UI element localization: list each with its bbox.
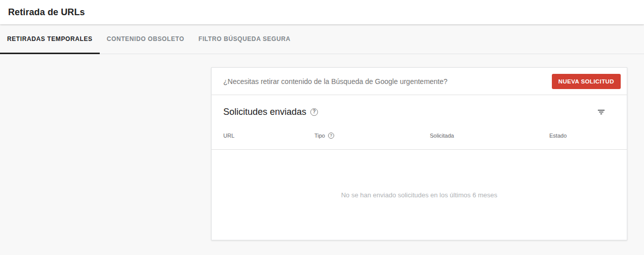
new-request-button[interactable]: NUEVA SOLICITUD bbox=[552, 74, 621, 89]
urgent-question: ¿Necesitas retirar contenido de la Búsqu… bbox=[223, 77, 552, 86]
tab-label: RETIRADAS TEMPORALES bbox=[7, 35, 93, 42]
tab-label: FILTRO BÚSQUEDA SEGURA bbox=[198, 35, 291, 42]
page-title: Retirada de URLs bbox=[8, 7, 85, 18]
column-header-tipo-label: Tipo bbox=[314, 133, 325, 139]
empty-message: No se han enviado solicitudes en los últ… bbox=[341, 191, 498, 199]
help-icon[interactable]: ? bbox=[328, 133, 334, 139]
content-area: ¿Necesitas retirar contenido de la Búsqu… bbox=[0, 54, 644, 240]
removals-card: ¿Necesitas retirar contenido de la Búsqu… bbox=[211, 67, 627, 240]
help-icon[interactable]: ? bbox=[310, 108, 318, 116]
tab-label: CONTENIDO OBSOLETO bbox=[107, 35, 184, 42]
column-header-solicitada: Solicitada bbox=[430, 133, 549, 139]
section-header-row: Solicitudes enviadas ? bbox=[223, 106, 619, 117]
tab-filtro-busqueda-segura[interactable]: FILTRO BÚSQUEDA SEGURA bbox=[191, 24, 298, 54]
column-header-url: URL bbox=[223, 133, 314, 139]
submitted-requests-section: Solicitudes enviadas ? URL Tipo ? Solici… bbox=[212, 95, 627, 150]
section-title: Solicitudes enviadas bbox=[223, 107, 306, 117]
urgent-row: ¿Necesitas retirar contenido de la Búsqu… bbox=[212, 68, 627, 95]
column-header-tipo: Tipo ? bbox=[314, 133, 430, 139]
tab-contenido-obsoleto[interactable]: CONTENIDO OBSOLETO bbox=[100, 24, 191, 54]
filter-icon[interactable] bbox=[597, 108, 606, 116]
empty-state: No se han enviado solicitudes en los últ… bbox=[212, 150, 627, 240]
column-header-estado: Estado bbox=[549, 133, 619, 139]
table-header-row: URL Tipo ? Solicitada Estado bbox=[223, 133, 619, 139]
tab-bar: RETIRADAS TEMPORALES CONTENIDO OBSOLETO … bbox=[0, 24, 644, 54]
tab-retiradas-temporales[interactable]: RETIRADAS TEMPORALES bbox=[0, 24, 100, 54]
page-header: Retirada de URLs bbox=[0, 0, 644, 24]
